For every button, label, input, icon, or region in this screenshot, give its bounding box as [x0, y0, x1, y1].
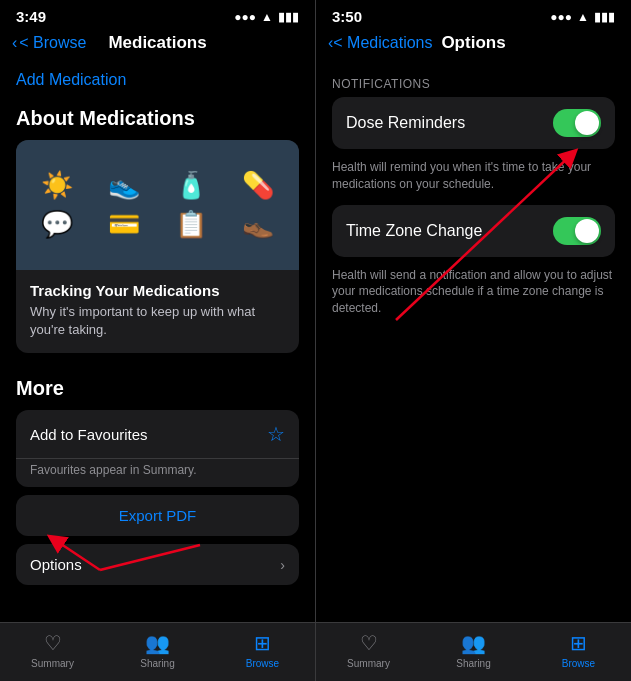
- right-sharing-icon: 👥: [461, 631, 486, 655]
- right-back-button[interactable]: ‹ < Medications: [328, 34, 433, 52]
- left-tab-bar: ♡ Summary 👥 Sharing ⊞ Browse: [0, 622, 315, 681]
- browse-tab-label: Browse: [246, 658, 279, 669]
- right-status-icons: ●●● ▲ ▮▮▮: [550, 10, 615, 24]
- left-back-button[interactable]: ‹ < Browse: [12, 34, 86, 52]
- bottle-icon: 🧴: [162, 170, 221, 201]
- clipboard-icon: 📋: [162, 209, 221, 240]
- chevron-left-icon: ‹: [12, 34, 17, 52]
- left-nav-bar: ‹ < Browse Medications: [0, 29, 315, 61]
- dose-reminders-card: Dose Reminders: [332, 97, 615, 149]
- timezone-change-label: Time Zone Change: [346, 222, 482, 240]
- card-icon: 💳: [95, 209, 154, 240]
- right-time: 3:50: [332, 8, 362, 25]
- right-tab-bar: ♡ Summary 👥 Sharing ⊞ Browse: [316, 622, 631, 681]
- more-section-title: More: [16, 377, 299, 400]
- right-summary-tab-label: Summary: [347, 658, 390, 669]
- left-time: 3:49: [16, 8, 46, 25]
- chat-icon: 💬: [28, 209, 87, 240]
- options-item[interactable]: Options ›: [16, 544, 299, 585]
- chevron-right-icon: ›: [280, 557, 285, 573]
- left-panel: 3:49 ●●● ▲ ▮▮▮ ‹ < Browse Medications Ad…: [0, 0, 315, 681]
- right-battery-icon: ▮▮▮: [594, 10, 615, 24]
- right-heart-icon: ♡: [360, 631, 378, 655]
- tab-browse-right[interactable]: ⊞ Browse: [526, 631, 631, 669]
- card-title: Tracking Your Medications: [30, 282, 285, 299]
- dose-reminders-toggle[interactable]: [553, 109, 601, 137]
- left-scroll-content: About Medications ☀️ 👟 🧴 💊 💬 💳 📋 👞: [0, 99, 315, 622]
- timezone-change-desc: Health will send a notification and allo…: [316, 261, 631, 329]
- timezone-change-item: Time Zone Change: [332, 205, 615, 257]
- right-signal-icon: ●●●: [550, 10, 572, 24]
- dose-reminders-label: Dose Reminders: [346, 114, 465, 132]
- options-card: Options ›: [16, 544, 299, 585]
- left-status-bar: 3:49 ●●● ▲ ▮▮▮: [0, 0, 315, 29]
- favourites-card: Add to Favourites ☆ Favourites appear in…: [16, 410, 299, 487]
- timezone-change-card: Time Zone Change: [332, 205, 615, 257]
- tab-sharing-left[interactable]: 👥 Sharing: [105, 631, 210, 669]
- add-medication-button[interactable]: Add Medication: [0, 61, 315, 99]
- shoe2-icon: 👞: [228, 209, 287, 240]
- right-back-label: < Medications: [333, 34, 432, 52]
- add-medication-label: Add Medication: [16, 71, 126, 88]
- favourites-sub: Favourites appear in Summary.: [16, 459, 299, 487]
- right-sharing-tab-label: Sharing: [456, 658, 490, 669]
- right-wifi-icon: ▲: [577, 10, 589, 24]
- about-section-title: About Medications: [16, 107, 299, 130]
- tab-summary-left[interactable]: ♡ Summary: [0, 631, 105, 669]
- sun-icon: ☀️: [28, 170, 87, 201]
- card-desc: Why it's important to keep up with what …: [30, 303, 285, 339]
- battery-icon: ▮▮▮: [278, 10, 299, 24]
- favourites-label: Add to Favourites: [30, 426, 148, 443]
- left-nav-title: Medications: [108, 33, 206, 53]
- right-scroll-content: NOTIFICATIONS Dose Reminders Health will…: [316, 61, 631, 622]
- back-label: < Browse: [19, 34, 86, 52]
- shoe-icon: 👟: [95, 170, 154, 201]
- right-browse-icon: ⊞: [570, 631, 587, 655]
- favourites-item[interactable]: Add to Favourites ☆: [16, 410, 299, 459]
- about-card-image: ☀️ 👟 🧴 💊 💬 💳 📋 👞: [16, 140, 299, 270]
- timezone-change-toggle[interactable]: [553, 217, 601, 245]
- tab-browse-left[interactable]: ⊞ Browse: [210, 631, 315, 669]
- export-pdf-label: Export PDF: [119, 507, 197, 524]
- tab-sharing-right[interactable]: 👥 Sharing: [421, 631, 526, 669]
- right-panel: 3:50 ●●● ▲ ▮▮▮ ‹ < Medications Options N…: [316, 0, 631, 681]
- about-card: ☀️ 👟 🧴 💊 💬 💳 📋 👞 Tracking Your Medicatio…: [16, 140, 299, 353]
- right-status-bar: 3:50 ●●● ▲ ▮▮▮: [316, 0, 631, 29]
- export-pdf-button[interactable]: Export PDF: [16, 495, 299, 536]
- about-card-text: Tracking Your Medications Why it's impor…: [16, 270, 299, 353]
- dose-reminders-item: Dose Reminders: [332, 97, 615, 149]
- summary-tab-label: Summary: [31, 658, 74, 669]
- right-browse-tab-label: Browse: [562, 658, 595, 669]
- star-icon: ☆: [267, 422, 285, 446]
- options-label: Options: [30, 556, 82, 573]
- wifi-icon: ▲: [261, 10, 273, 24]
- signal-icon: ●●●: [234, 10, 256, 24]
- sharing-icon: 👥: [145, 631, 170, 655]
- export-card: Export PDF: [16, 495, 299, 536]
- tab-summary-right[interactable]: ♡ Summary: [316, 631, 421, 669]
- sharing-tab-label: Sharing: [140, 658, 174, 669]
- right-nav-bar: ‹ < Medications Options: [316, 29, 631, 61]
- right-nav-title: Options: [441, 33, 505, 53]
- browse-icon: ⊞: [254, 631, 271, 655]
- notifications-section-label: NOTIFICATIONS: [316, 61, 631, 97]
- left-status-icons: ●●● ▲ ▮▮▮: [234, 10, 299, 24]
- pill-icon: 💊: [228, 170, 287, 201]
- medication-icons: ☀️ 👟 🧴 💊 💬 💳 📋 👞: [28, 170, 287, 240]
- dose-reminders-desc: Health will remind you when it's time to…: [316, 153, 631, 205]
- heart-icon: ♡: [44, 631, 62, 655]
